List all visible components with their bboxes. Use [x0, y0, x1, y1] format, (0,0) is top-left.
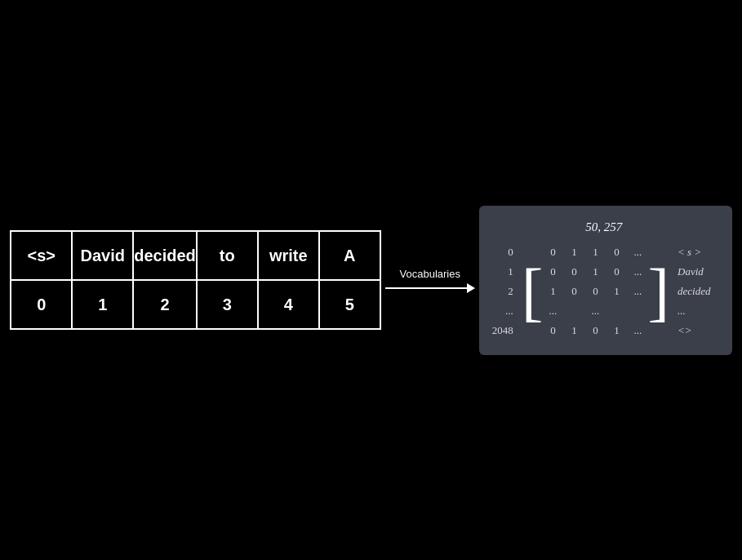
cell-l-2: 0 — [589, 324, 602, 337]
matrix-row-last: 0 1 0 1 ... — [546, 321, 644, 340]
matrix-panel: 50, 257 0 1 2 ... 2048 [ 0 1 1 0 ... — [479, 206, 732, 355]
cell-start-token: <s> — [11, 231, 72, 280]
index-5: 5 — [319, 280, 380, 329]
label-david: David — [678, 262, 710, 282]
row-index-2: 2 — [508, 282, 517, 301]
right-bracket: ] — [647, 262, 669, 321]
cell-1-2: 1 — [589, 265, 602, 278]
cell-l-3: 1 — [610, 324, 623, 337]
cell-1-4: ... — [631, 265, 644, 278]
cell-l-0: 0 — [546, 324, 559, 337]
cell-0-2: 1 — [589, 246, 602, 259]
cell-d-0: ... — [546, 304, 559, 318]
arrow-line — [385, 283, 475, 293]
cell-0-1: 1 — [567, 246, 580, 259]
index-0: 0 — [11, 280, 72, 329]
cell-a: A — [319, 231, 380, 280]
matrix-labels: < s > David decided ... <> — [678, 242, 710, 340]
cell-0-3: 0 — [610, 246, 623, 259]
matrix-content: 0 1 2 ... 2048 [ 0 1 1 0 ... 0 0 — [492, 242, 716, 340]
cell-1-1: 0 — [567, 265, 580, 278]
label-dots: ... — [678, 301, 710, 321]
cell-2-4: ... — [631, 285, 644, 298]
matrix-row-1: 0 0 1 0 ... — [546, 262, 644, 282]
table-row-words: <s> David decided to write A — [11, 231, 380, 280]
matrix-row-0: 0 1 1 0 ... — [546, 242, 644, 262]
label-end: <> — [678, 321, 710, 340]
row-index-1: 1 — [508, 262, 517, 282]
cell-0-0: 0 — [546, 246, 559, 259]
cell-d-2: ... — [589, 304, 602, 318]
matrix-title: 50, 257 — [492, 220, 716, 234]
arrow-shaft — [385, 287, 467, 289]
cell-1-3: 0 — [610, 265, 623, 278]
main-container: <s> David decided to write A 0 1 2 3 4 5… — [10, 206, 732, 355]
index-4: 4 — [258, 280, 319, 329]
row-index-2048: 2048 — [492, 321, 517, 340]
cell-david: David — [72, 231, 133, 280]
matrix-cells: 0 1 1 0 ... 0 0 1 0 ... 1 0 0 1 — [546, 242, 644, 340]
arrow-head — [467, 283, 475, 293]
token-table: <s> David decided to write A 0 1 2 3 4 5 — [10, 230, 381, 330]
matrix-row-2: 1 0 0 1 ... — [546, 282, 644, 301]
matrix-row-dots: ... ... — [546, 301, 644, 321]
cell-2-1: 0 — [567, 285, 580, 298]
label-decided: decided — [678, 282, 710, 301]
matrix-row-indices: 0 1 2 ... 2048 — [492, 242, 517, 340]
cell-2-2: 0 — [589, 285, 602, 298]
cell-l-1: 1 — [567, 324, 580, 337]
cell-write: write — [258, 231, 319, 280]
cell-2-0: 1 — [546, 285, 559, 298]
row-index-0: 0 — [508, 242, 517, 262]
row-index-dots: ... — [505, 301, 517, 321]
cell-1-0: 0 — [546, 265, 559, 278]
cell-l-4: ... — [631, 324, 644, 337]
arrow-label: Vocabularies — [400, 268, 460, 280]
cell-0-4: ... — [631, 246, 644, 259]
index-3: 3 — [197, 280, 258, 329]
index-1: 1 — [72, 280, 133, 329]
label-s: < s > — [678, 242, 710, 262]
table-row-indices: 0 1 2 3 4 5 — [11, 280, 380, 329]
left-bracket: [ — [522, 262, 544, 321]
cell-2-3: 1 — [610, 285, 623, 298]
index-2: 2 — [133, 280, 197, 329]
arrow-area: Vocabularies — [381, 247, 479, 313]
cell-to: to — [197, 231, 258, 280]
cell-decided: decided — [133, 231, 197, 280]
